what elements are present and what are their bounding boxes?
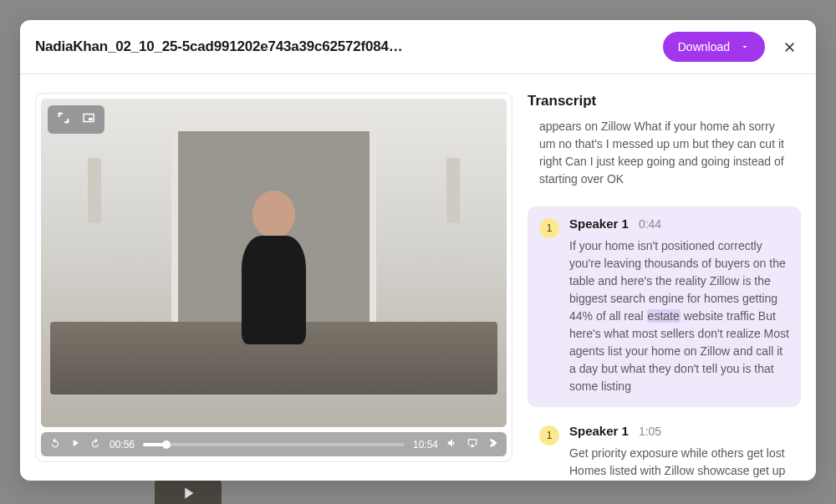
play-icon[interactable] [69, 437, 81, 451]
transcript-pane: Transcript appears on Zillow What if you… [528, 74, 816, 481]
video-player-bar: 00:56 10:54 [41, 432, 507, 456]
transcript-segment[interactable]: appears on Zillow What if your home ah s… [528, 118, 801, 200]
video-frame: 00:56 10:54 [35, 93, 512, 462]
progress-bar[interactable] [143, 443, 405, 446]
background-video-thumbnail [155, 481, 222, 504]
modal-body: 00:56 10:54 [20, 74, 816, 481]
duration: 10:54 [413, 439, 438, 451]
volume-icon[interactable] [446, 437, 458, 451]
video-top-controls [48, 105, 104, 134]
header-actions: Download [663, 32, 799, 62]
segment-text: If your home isn't positioned correctly … [569, 237, 789, 395]
chevron-down-icon [740, 42, 750, 52]
expand-icon[interactable] [56, 110, 71, 129]
forward-icon[interactable] [89, 437, 101, 451]
segment-text: appears on Zillow What if your home ah s… [539, 118, 789, 188]
video-pane: 00:56 10:54 [20, 74, 528, 481]
segment-timestamp: 1:05 [639, 425, 661, 438]
modal-header: NadiaKhan_02_10_25-5cad991202e743a39c625… [20, 20, 816, 74]
rewind-icon[interactable] [49, 437, 61, 451]
close-icon [783, 41, 796, 53]
airplay-icon[interactable] [466, 437, 478, 451]
segment-timestamp: 0:44 [639, 217, 661, 231]
video-transcript-modal: NadiaKhan_02_10_25-5cad991202e743a39c625… [20, 20, 816, 481]
transcript-scroll[interactable]: appears on Zillow What if your home ah s… [528, 118, 801, 481]
more-icon[interactable] [487, 437, 498, 451]
speaker-badge: 1 [539, 425, 559, 445]
highlighted-word: estate [647, 309, 681, 323]
download-label: Download [678, 40, 730, 53]
download-button[interactable]: Download [663, 32, 765, 62]
segment-speaker: Speaker 1 [569, 424, 629, 438]
segment-speaker: Speaker 1 [569, 216, 629, 231]
segment-text: Get priority exposure while others get l… [569, 445, 789, 481]
video-still [41, 99, 507, 427]
current-time: 00:56 [110, 439, 135, 451]
transcript-segment[interactable]: 1 Speaker 1 1:05 Get priority exposure w… [528, 414, 801, 481]
transcript-segment[interactable]: 1 Speaker 1 0:44 If your home isn't posi… [528, 206, 801, 407]
file-title: NadiaKhan_02_10_25-5cad991202e743a39c625… [35, 38, 403, 55]
picture-in-picture-icon[interactable] [81, 110, 96, 129]
video-viewport[interactable] [41, 99, 507, 427]
speaker-badge: 1 [539, 218, 559, 238]
close-button[interactable] [780, 38, 799, 57]
transcript-title: Transcript [528, 93, 801, 109]
